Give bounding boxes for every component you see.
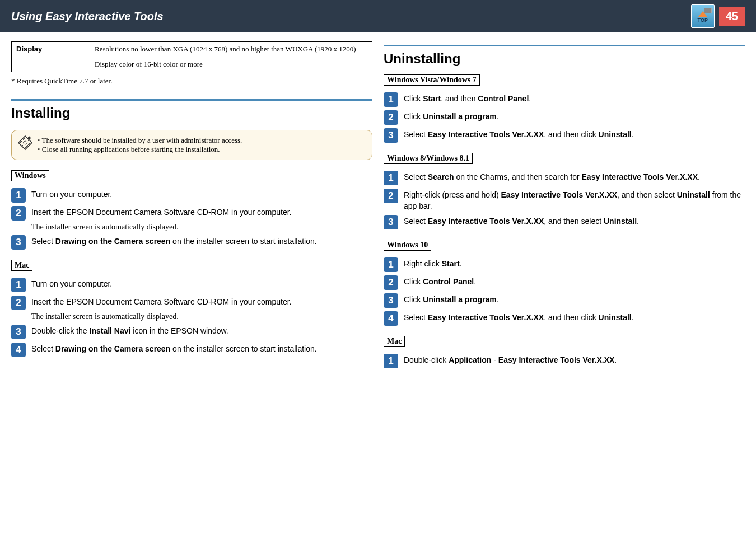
tip-icon [17,135,33,151]
step-number-icon: 3 [384,293,398,308]
step-number-icon: 1 [384,257,398,272]
install-win-step-2: 2 Insert the EPSON Document Camera Softw… [11,206,372,221]
step-text: Turn on your computer. [31,188,112,200]
step-number-icon: 3 [384,215,398,229]
step-text: Insert the EPSON Document Camera Softwar… [31,296,292,308]
tip-line-1: • The software should be installed by a … [38,136,365,145]
step-number-icon: 4 [11,343,26,357]
uninstall-win10-step-3: 3 Click Uninstall a program. [384,293,745,308]
uninstall-win8-step-3: 3 Select Easy Interactive Tools Ver.X.XX… [384,215,745,229]
step-text: Select Search on the Charms, and then se… [404,171,700,183]
svg-point-0 [28,137,31,140]
step-text: Click Control Panel. [404,275,476,288]
right-column: Uninstalling Windows Vista/Windows 7 1 C… [384,41,745,368]
step-number-icon: 1 [11,188,26,203]
step-text: Insert the EPSON Document Camera Softwar… [31,206,292,218]
step-number-icon: 2 [11,206,26,221]
step-text: Click Uninstall a program. [404,293,499,306]
miniatures-icon [704,8,712,13]
table-cell-color: Display color of 16-bit color or more [90,57,372,72]
table-cell-resolution: Resolutions no lower than XGA (1024 x 76… [90,42,372,57]
step-subtext: The installer screen is automatically di… [31,223,372,232]
display-spec-table: Display Resolutions no lower than XGA (1… [11,41,372,72]
step-number-icon: 1 [384,92,398,107]
uninstall-mac-step-1: 1 Double-click Application - Easy Intera… [384,354,745,368]
step-number-icon: 1 [11,278,26,292]
step-number-icon: 1 [384,354,398,368]
step-number-icon: 3 [11,325,26,339]
header-right: TOP 45 [691,4,745,28]
windows-label: Windows [11,170,49,181]
step-text: Select Drawing on the Camera screen on t… [31,235,317,247]
uninstall-vista-step-2: 2 Click Uninstall a program. [384,110,745,125]
section-uninstalling: Uninstalling [384,46,745,70]
step-number-icon: 4 [384,311,398,326]
vista-label: Windows Vista/Windows 7 [384,74,480,86]
install-mac-step-2: 2 Insert the EPSON Document Camera Softw… [11,296,372,310]
left-column: Display Resolutions no lower than XGA (1… [11,41,372,368]
page-header: Using Easy Interactive Tools TOP 45 [0,0,756,32]
uninstall-win10-step-4: 4 Select Easy Interactive Tools Ver.X.XX… [384,311,745,326]
header-title: Using Easy Interactive Tools [11,10,164,23]
step-text: Right click Start. [404,257,461,270]
install-win-step-3: 3 Select Drawing on the Camera screen on… [11,235,372,250]
uninstall-win10-step-2: 2 Click Control Panel. [384,275,745,290]
top-label: TOP [698,17,708,23]
step-text: Select Easy Interactive Tools Ver.X.XX, … [404,128,634,140]
step-number-icon: 3 [11,235,26,250]
step-text: Click Uninstall a program. [404,110,499,123]
footnote: * Requires QuickTime 7.7 or later. [11,77,372,86]
step-text: Select Easy Interactive Tools Ver.X.XX, … [404,215,639,227]
step-text: Double-click Application - Easy Interact… [404,354,617,366]
step-number-icon: 1 [384,171,398,185]
step-text: Right-click (press and hold) Easy Intera… [404,189,745,212]
step-number-icon: 2 [384,189,398,203]
step-number-icon: 2 [384,275,398,290]
table-label: Display [12,42,90,72]
top-nav-button[interactable]: TOP [691,4,715,28]
uninstall-vista-step-3: 3 Select Easy Interactive Tools Ver.X.XX… [384,128,745,143]
mac-uninstall-label: Mac [384,336,405,347]
step-text: Click Start, and then Control Panel. [404,92,531,105]
win8-label: Windows 8/Windows 8.1 [384,153,473,164]
content-columns: Display Resolutions no lower than XGA (1… [0,32,756,380]
step-subtext: The installer screen is automatically di… [31,312,372,321]
tip-box: • The software should be installed by a … [11,130,372,160]
step-text: Double-click the Install Navi icon in th… [31,325,228,337]
mac-label: Mac [11,260,32,271]
step-number-icon: 2 [384,110,398,125]
step-text: Select Drawing on the Camera screen on t… [31,343,317,355]
step-number-icon: 2 [11,296,26,310]
page-number: 45 [719,7,745,26]
uninstall-win8-step-2: 2 Right-click (press and hold) Easy Inte… [384,189,745,212]
section-installing: Installing [11,99,372,124]
uninstall-win8-step-1: 1 Select Search on the Charms, and then … [384,171,745,185]
win10-label: Windows 10 [384,240,431,251]
install-win-step-1: 1 Turn on your computer. [11,188,372,203]
step-number-icon: 3 [384,128,398,143]
install-mac-step-3: 3 Double-click the Install Navi icon in … [11,325,372,339]
step-text: Select Easy Interactive Tools Ver.X.XX, … [404,311,634,324]
install-mac-step-1: 1 Turn on your computer. [11,278,372,292]
uninstall-vista-step-1: 1 Click Start, and then Control Panel. [384,92,745,107]
tip-line-2: • Close all running applications before … [38,145,365,154]
install-mac-step-4: 4 Select Drawing on the Camera screen on… [11,343,372,357]
step-text: Turn on your computer. [31,278,112,290]
uninstall-win10-step-1: 1 Right click Start. [384,257,745,272]
